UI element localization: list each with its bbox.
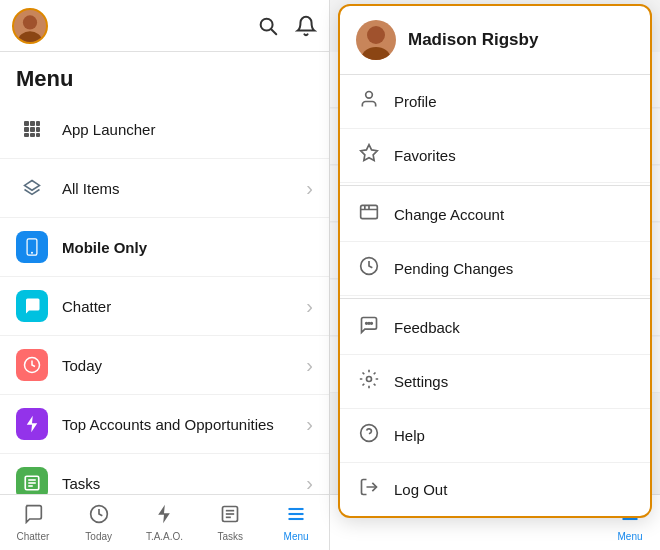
menu-item-all-items[interactable]: All Items [0, 159, 329, 218]
nav-today-label: Today [85, 531, 112, 542]
dropdown-item-help[interactable]: Help [340, 409, 650, 463]
notifications-button[interactable] [295, 15, 317, 37]
chatter-icon [16, 290, 48, 322]
tasks-icon [16, 467, 48, 494]
all-items-chevron [306, 177, 313, 200]
app-launcher-icon [16, 113, 48, 145]
left-panel: Menu App Launcher All Items [0, 0, 330, 550]
chatter-chevron [306, 295, 313, 318]
svg-point-35 [367, 26, 385, 44]
nav-taao[interactable]: T.A.A.O. [132, 495, 198, 550]
change-account-icon [358, 202, 380, 227]
nav-taao-label: T.A.A.O. [146, 531, 183, 542]
top-accounts-icon [16, 408, 48, 440]
tasks-nav-icon [220, 504, 240, 529]
dropdown-item-settings[interactable]: Settings [340, 355, 650, 409]
avatar[interactable] [12, 8, 48, 44]
svg-rect-12 [36, 133, 40, 137]
menu-item-app-launcher[interactable]: App Launcher [0, 100, 329, 159]
right-nav-menu-label: Menu [617, 531, 642, 542]
dropdown-username: Madison Rigsby [408, 30, 538, 50]
svg-marker-17 [27, 416, 38, 433]
mobile-only-label: Mobile Only [62, 239, 313, 256]
dropdown-item-change-account[interactable]: Change Account [340, 188, 650, 242]
search-button[interactable] [257, 15, 279, 37]
menu-item-mobile-only[interactable]: Mobile Only [0, 218, 329, 277]
chatter-label: Chatter [62, 298, 306, 315]
nav-menu-label: Menu [284, 531, 309, 542]
menu-item-chatter[interactable]: Chatter [0, 277, 329, 336]
menu-title: Menu [0, 52, 329, 100]
all-items-icon [16, 172, 48, 204]
svg-point-36 [362, 47, 390, 60]
user-dropdown: Madison Rigsby Profile Favorites [338, 4, 652, 518]
dropdown-item-favorites[interactable]: Favorites [340, 129, 650, 183]
menu-nav-icon [286, 504, 306, 529]
svg-line-3 [271, 29, 276, 34]
nav-tasks-label: Tasks [218, 531, 244, 542]
nav-today[interactable]: Today [66, 495, 132, 550]
svg-marker-27 [159, 504, 171, 522]
dropdown-header: Madison Rigsby [340, 6, 650, 75]
today-icon [16, 349, 48, 381]
menu-item-top-accounts[interactable]: Top Accounts and Opportunities [0, 395, 329, 454]
svg-rect-5 [30, 121, 35, 126]
svg-rect-6 [36, 121, 40, 126]
change-account-label: Change Account [394, 206, 504, 223]
logout-icon [358, 477, 380, 502]
svg-point-15 [31, 252, 33, 254]
svg-point-46 [371, 323, 373, 325]
dropdown-avatar [356, 20, 396, 60]
svg-rect-9 [36, 127, 40, 132]
help-icon [358, 423, 380, 448]
left-header-icons [257, 15, 317, 37]
svg-rect-4 [24, 121, 29, 126]
svg-point-45 [368, 323, 370, 325]
logout-label: Log Out [394, 481, 447, 498]
pending-changes-label: Pending Changes [394, 260, 513, 277]
profile-label: Profile [394, 93, 437, 110]
feedback-icon [358, 315, 380, 340]
app-launcher-label: App Launcher [62, 121, 313, 138]
svg-rect-10 [24, 133, 29, 137]
svg-rect-7 [24, 127, 29, 132]
svg-point-44 [366, 323, 368, 325]
svg-point-0 [23, 15, 37, 29]
settings-label: Settings [394, 373, 448, 390]
menu-item-today[interactable]: Today [0, 336, 329, 395]
separator-2 [340, 298, 650, 299]
taao-nav-icon [154, 504, 174, 529]
today-label: Today [62, 357, 306, 374]
left-header [0, 0, 329, 52]
nav-chatter[interactable]: Chatter [0, 495, 66, 550]
svg-marker-38 [361, 145, 378, 161]
dropdown-item-logout[interactable]: Log Out [340, 463, 650, 516]
nav-menu[interactable]: Menu [263, 495, 329, 550]
all-items-label: All Items [62, 180, 306, 197]
dropdown-item-profile[interactable]: Profile [340, 75, 650, 129]
svg-rect-8 [30, 127, 35, 132]
dropdown-item-feedback[interactable]: Feedback [340, 301, 650, 355]
today-nav-icon [89, 504, 109, 529]
top-accounts-chevron [306, 413, 313, 436]
feedback-label: Feedback [394, 319, 460, 336]
tasks-chevron [306, 472, 313, 495]
menu-list: App Launcher All Items Mobile Only [0, 100, 329, 494]
nav-chatter-label: Chatter [17, 531, 50, 542]
help-label: Help [394, 427, 425, 444]
svg-point-1 [18, 31, 41, 42]
profile-icon [358, 89, 380, 114]
dropdown-item-pending-changes[interactable]: Pending Changes [340, 242, 650, 296]
nav-tasks[interactable]: Tasks [197, 495, 263, 550]
right-panel: › › › s › › › [330, 0, 660, 550]
pending-changes-icon [358, 256, 380, 281]
separator-1 [340, 185, 650, 186]
tasks-label: Tasks [62, 475, 306, 492]
svg-rect-11 [30, 133, 35, 137]
svg-point-47 [367, 377, 372, 382]
today-chevron [306, 354, 313, 377]
favorites-icon [358, 143, 380, 168]
menu-item-tasks[interactable]: Tasks [0, 454, 329, 494]
svg-point-37 [366, 92, 373, 99]
settings-icon [358, 369, 380, 394]
